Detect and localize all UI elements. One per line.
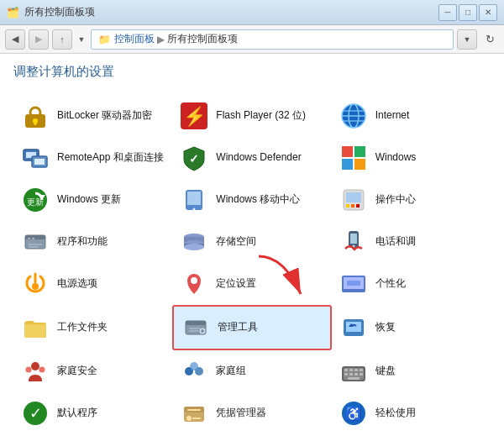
default-icon: ✓ — [20, 398, 50, 428]
grid-item-remoteapp[interactable]: RemoteApp 和桌面连接 — [13, 137, 172, 179]
svg-text:✓: ✓ — [29, 405, 42, 422]
manage-icon — [181, 313, 211, 343]
recent-locations-button[interactable]: ▼ — [76, 29, 87, 50]
breadcrumb-separator: ▶ — [157, 34, 165, 45]
ease-label: 轻松使用 — [375, 407, 416, 420]
bitlocker-label: BitLocker 驱动器加密 — [57, 109, 152, 123]
remoteapp-icon — [20, 143, 50, 173]
grid-item-recovery[interactable]: 恢复 — [332, 305, 491, 350]
maximize-button[interactable]: □ — [459, 4, 477, 21]
close-button[interactable]: ✕ — [479, 4, 497, 21]
programs-label: 程序和功能 — [57, 235, 108, 249]
page-title: 调整计算机的设置 — [13, 64, 491, 83]
up-button[interactable]: ↑ — [52, 29, 72, 50]
dropdown-button[interactable]: ▼ — [457, 29, 477, 50]
grid-item-phone[interactable]: 电话和调 — [332, 221, 491, 263]
svg-rect-74 — [360, 369, 363, 371]
svg-rect-22 — [354, 159, 365, 170]
flash-label: Flash Player (32 位) — [216, 109, 306, 123]
svg-text:✓: ✓ — [189, 152, 199, 165]
svg-rect-36 — [28, 238, 30, 239]
svg-rect-37 — [32, 238, 34, 239]
svg-rect-32 — [351, 204, 354, 207]
grid-item-windows2[interactable]: Windows — [332, 137, 491, 179]
action-icon — [339, 185, 369, 215]
svg-text:⚡: ⚡ — [183, 105, 207, 128]
refresh-button[interactable]: ↻ — [480, 30, 499, 49]
homegroup-icon — [179, 356, 209, 386]
main-content: 调整计算机的设置 BitLocker 驱动器加密⚡Flash Player (3… — [0, 54, 504, 436]
grid-item-location[interactable]: 定位设置 — [172, 263, 331, 305]
power-icon — [20, 269, 50, 299]
recovery-label: 恢复 — [375, 321, 396, 334]
grid-item-family[interactable]: 家庭安全 — [13, 350, 172, 392]
grid-item-defender[interactable]: ✓Windows Defender — [172, 137, 331, 179]
storage-icon — [179, 227, 209, 257]
defender-label: Windows Defender — [216, 151, 301, 165]
grid-item-credentials[interactable]: 凭据管理器 — [172, 392, 331, 434]
svg-point-85 — [186, 416, 192, 421]
update-label: Windows 更新 — [57, 193, 121, 207]
svg-point-65 — [39, 367, 45, 373]
svg-point-68 — [190, 362, 198, 370]
svg-point-48 — [32, 283, 39, 290]
location-label: 定位设置 — [216, 277, 256, 291]
svg-rect-17 — [34, 159, 45, 165]
svg-rect-54 — [186, 321, 206, 325]
power-label: 电源选项 — [57, 277, 97, 291]
svg-point-64 — [26, 367, 32, 373]
credentials-icon — [179, 398, 209, 428]
grid-item-storage[interactable]: 存储空间 — [172, 221, 331, 263]
grid-item-power[interactable]: 电源选项 — [13, 263, 172, 305]
action-label: 操作中心 — [375, 193, 416, 207]
svg-rect-33 — [356, 204, 360, 207]
svg-rect-76 — [349, 373, 353, 376]
svg-rect-71 — [344, 369, 348, 371]
family-label: 家庭安全 — [57, 365, 97, 378]
mobility-label: Windows 移动中心 — [216, 193, 300, 207]
homegroup-label: 家庭组 — [216, 365, 246, 378]
items-grid: BitLocker 驱动器加密⚡Flash Player (32 位)Inter… — [13, 95, 491, 434]
default-label: 默认程序 — [57, 407, 97, 420]
folder-icon — [20, 313, 50, 343]
forward-button[interactable]: ▶ — [29, 29, 49, 50]
svg-point-63 — [31, 362, 39, 370]
svg-rect-30 — [346, 192, 361, 202]
location-icon — [179, 269, 209, 299]
grid-item-folder[interactable]: 工作文件夹 — [13, 305, 172, 350]
back-button[interactable]: ◀ — [5, 29, 25, 50]
grid-item-programs[interactable]: 程序和功能 — [13, 221, 172, 263]
breadcrumb-home[interactable]: 控制面板 — [114, 32, 155, 46]
grid-item-ease[interactable]: ♿轻松使用 — [332, 392, 491, 434]
svg-rect-46 — [350, 234, 357, 244]
grid-item-update[interactable]: 更新Windows 更新 — [13, 179, 172, 221]
grid-item-flash[interactable]: ⚡Flash Player (32 位) — [172, 95, 331, 137]
grid-item-bitlocker[interactable]: BitLocker 驱动器加密 — [13, 95, 172, 137]
svg-rect-52 — [347, 281, 360, 286]
grid-item-default[interactable]: ✓默认程序 — [13, 392, 172, 434]
grid-item-personal[interactable]: 个性化 — [332, 263, 491, 305]
svg-rect-73 — [354, 369, 358, 371]
family-icon — [20, 356, 50, 386]
svg-point-44 — [184, 244, 204, 250]
grid-item-homegroup[interactable]: 家庭组 — [172, 350, 331, 392]
folder-label: 工作文件夹 — [57, 321, 108, 334]
grid-item-action[interactable]: 操作中心 — [332, 179, 491, 221]
grid-item-internet[interactable]: Internet — [332, 95, 491, 137]
svg-rect-77 — [354, 373, 358, 376]
grid-item-keyboard[interactable]: 键盘 — [332, 350, 491, 392]
phone-label: 电话和调 — [375, 235, 416, 249]
grid-item-mobility[interactable]: Windows 移动中心 — [172, 179, 331, 221]
flash-icon: ⚡ — [179, 101, 209, 131]
svg-rect-21 — [342, 159, 353, 170]
address-input[interactable]: 📁 控制面板 ▶ 所有控制面板项 — [91, 29, 454, 50]
svg-rect-19 — [342, 146, 353, 157]
grid-item-manage[interactable]: 管理工具 — [172, 305, 331, 350]
windows2-label: Windows — [375, 151, 417, 165]
keyboard-icon — [339, 356, 369, 386]
minimize-button[interactable]: ─ — [438, 4, 457, 21]
svg-rect-78 — [360, 373, 363, 376]
svg-rect-86 — [192, 418, 201, 419]
remoteapp-label: RemoteApp 和桌面连接 — [57, 151, 164, 165]
svg-rect-20 — [354, 146, 365, 157]
